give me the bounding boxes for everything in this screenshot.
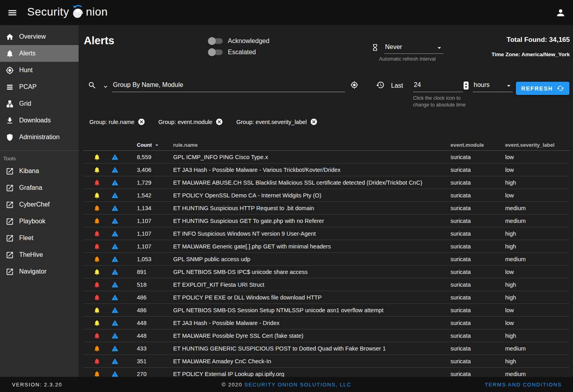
column-header-severity-label[interactable]: event.severity_label: [505, 142, 570, 148]
chip-close-icon[interactable]: [215, 118, 223, 126]
cell-event-module: suricata: [450, 154, 505, 160]
hamburger-menu-icon[interactable]: [6, 6, 19, 20]
table-row[interactable]: 270 ET POLICY External IP Lookup api.ipi…: [83, 368, 570, 377]
cell-rule-name: ET MALWARE Amadey CnC Check-In: [173, 358, 450, 364]
table-row[interactable]: 1,729 ET MALWARE ABUSE.CH SSL Blacklist …: [83, 176, 570, 189]
group-filter-chip[interactable]: Group: event.module: [153, 116, 226, 128]
auto-refresh-select[interactable]: Never: [384, 43, 443, 54]
sidebar-item-alerts[interactable]: Alerts: [0, 45, 79, 62]
sidebar-tool-item[interactable]: Kibana: [0, 163, 79, 179]
sidebar-tool-item[interactable]: Navigator: [0, 263, 79, 280]
cell-event-module: suricata: [450, 294, 505, 301]
sidebar-tool-item[interactable]: Grafana: [0, 179, 79, 196]
info-warning-triangle-icon: [107, 243, 123, 250]
terms-link[interactable]: TERMS AND CONDITIONS: [485, 382, 562, 388]
acknowledged-toggle[interactable]: Acknowledged: [209, 35, 269, 47]
cell-count: 448: [123, 320, 173, 326]
tools-section-label: Tools: [0, 151, 79, 163]
company-link[interactable]: SECURITY ONION SOLUTIONS, LLC: [245, 382, 352, 388]
query-target-icon[interactable]: [350, 81, 358, 89]
table-row[interactable]: 1,107 ET INFO Suspicious Windows NT vers…: [83, 227, 570, 240]
table-row[interactable]: 1,107 ET MALWARE Generic gate[.].php GET…: [83, 240, 570, 253]
sidebar-tool-item[interactable]: Fleet: [0, 230, 79, 246]
copyright-text: © 2020 SECURITY ONION SOLUTIONS, LLC: [222, 382, 352, 388]
table-row[interactable]: 8,559 GPL ICMP_INFO PING Cisco Type.x su…: [83, 151, 570, 163]
cell-count: 351: [123, 358, 173, 364]
external-link-icon: [6, 201, 14, 209]
sidebar-item-label: Alerts: [19, 50, 36, 57]
chevron-down-icon: [505, 82, 513, 90]
toggle-switch[interactable]: [209, 49, 223, 55]
cell-severity-label: high: [505, 230, 570, 237]
external-link-icon: [6, 167, 14, 175]
total-found-label: Total Found:: [507, 36, 547, 43]
sidebar-tool-label: TheHive: [19, 251, 43, 258]
table-row[interactable]: 891 GPL NETBIOS SMB-DS IPC$ unicode shar…: [83, 266, 570, 278]
column-header-event-module[interactable]: event.module: [450, 142, 505, 148]
sidebar-tool-label: CyberChef: [19, 201, 49, 208]
sidebar-item-label: Administration: [19, 134, 59, 141]
table-row[interactable]: 1,542 ET POLICY OpenSSL Demo CA - Intern…: [83, 189, 570, 202]
crosshair-icon: [6, 66, 14, 75]
info-warning-triangle-icon: [107, 358, 123, 365]
table-row[interactable]: 1,134 ET HUNTING Suspicious HTTP Request…: [83, 202, 570, 215]
column-header-count[interactable]: Count: [123, 142, 173, 149]
table-row[interactable]: 448 ET JA3 Hash - Possible Malware - Dri…: [83, 317, 570, 329]
sidebar-item-pcap[interactable]: PCAP: [0, 79, 79, 95]
cell-count: 1,134: [123, 205, 173, 211]
search-input[interactable]: [112, 81, 345, 92]
cell-count: 1,729: [123, 179, 173, 186]
table-row[interactable]: 433 ET HUNTING GENERIC SUSPICIOUS POST t…: [83, 342, 570, 355]
table-row[interactable]: 486 ET POLICY PE EXE or DLL Windows file…: [83, 291, 570, 304]
cell-severity-label: low: [505, 320, 570, 326]
cell-rule-name: ET INFO Suspicious Windows NT version 9 …: [173, 230, 450, 237]
query-chevron-down-icon[interactable]: [102, 83, 109, 90]
table-row[interactable]: 1,107 ET HUNTING Suspicious GET To gate.…: [83, 215, 570, 227]
external-link-icon: [6, 234, 14, 242]
timerange-unit-select[interactable]: hours: [473, 81, 513, 92]
timerange-value-input[interactable]: [413, 81, 463, 92]
cell-rule-name: ET HUNTING GENERIC SUSPICIOUS POST to Do…: [173, 345, 450, 352]
cell-rule-name: ET JA3 Hash - Possible Malware - Various…: [173, 167, 450, 173]
sidebar-tool-item[interactable]: Playbook: [0, 213, 79, 230]
cell-severity-label: medium: [505, 218, 570, 224]
number-stepper-icon[interactable]: [463, 81, 469, 90]
table-row[interactable]: 448 ET MALWARE Possible Dyre SSL Cert (f…: [83, 329, 570, 342]
severity-bell-icon: [87, 230, 107, 237]
cell-rule-name: ET POLICY External IP Lookup api.ipify.o…: [173, 371, 450, 377]
refresh-button[interactable]: REFRESH: [516, 82, 569, 95]
security-onion-logo[interactable]: Security nion: [27, 5, 108, 21]
cell-rule-name: ET HUNTING Suspicious HTTP Request to .b…: [173, 205, 450, 211]
table-row[interactable]: 486 GPL NETBIOS SMB-DS Session Setup NTM…: [83, 304, 570, 317]
chip-close-icon[interactable]: [138, 118, 145, 126]
group-filter-chip[interactable]: Group: rule.name: [84, 116, 148, 128]
group-filter-chips: Group: rule.name Group: event.module Gro…: [84, 116, 321, 128]
group-filter-chip[interactable]: Group: event.severity_label: [231, 116, 321, 128]
sidebar-item-hunt[interactable]: Hunt: [0, 62, 79, 79]
table-row[interactable]: 351 ET MALWARE Amadey CnC Check-In suric…: [83, 355, 570, 368]
table-row[interactable]: 1,053 GPL SNMP public access udp suricat…: [83, 253, 570, 266]
sidebar-item-downloads[interactable]: Downloads: [0, 112, 79, 129]
sidebar-item-administration[interactable]: Administration: [0, 129, 79, 146]
severity-bell-icon: [87, 345, 107, 352]
table-row[interactable]: 518 ET EXPLOIT_KIT Fiesta URI Struct sur…: [83, 278, 570, 291]
cell-count: 448: [123, 333, 173, 339]
cell-rule-name: ET POLICY PE EXE or DLL Windows file dow…: [173, 294, 450, 301]
escalated-toggle[interactable]: Escalated: [209, 47, 269, 58]
sidebar-item-overview[interactable]: Overview: [0, 28, 79, 45]
sidebar-tool-item[interactable]: CyberChef: [0, 196, 79, 213]
user-account-icon[interactable]: [554, 6, 567, 20]
column-header-rule-name[interactable]: rule.name: [173, 142, 450, 148]
chip-close-icon[interactable]: [310, 118, 318, 126]
timezone-label: Time Zone:: [492, 51, 520, 57]
sidebar-item-grid[interactable]: Grid: [0, 95, 79, 112]
cell-severity-label: medium: [505, 205, 570, 211]
cell-event-module: suricata: [450, 167, 505, 173]
toggle-switch[interactable]: [209, 38, 223, 44]
cell-event-module: suricata: [450, 269, 505, 275]
table-row[interactable]: 3,406 ET JA3 Hash - Possible Malware - V…: [83, 163, 570, 176]
history-clock-icon[interactable]: [376, 81, 385, 89]
info-warning-triangle-icon: [107, 332, 123, 339]
sidebar-tool-item[interactable]: TheHive: [0, 246, 79, 263]
hourglass-icon: [371, 43, 379, 51]
